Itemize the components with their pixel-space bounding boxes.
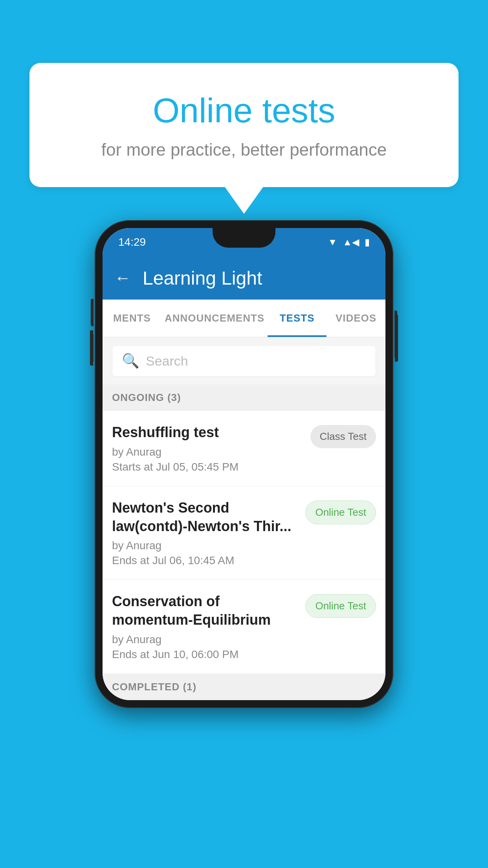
status-bar: 14:29 ▼ ▲◀ ▮ — [103, 228, 385, 256]
app-title: Learning Light — [143, 267, 262, 289]
test-item-reshuffling[interactable]: Reshuffling test by Anurag Starts at Jul… — [103, 411, 385, 486]
back-button[interactable]: ← — [114, 268, 131, 287]
search-placeholder: Search — [146, 353, 188, 369]
test-badge-reshuffling: Class Test — [310, 425, 376, 448]
test-date-reshuffling: Starts at Jul 05, 05:45 PM — [112, 461, 303, 473]
tab-ments[interactable]: MENTS — [103, 300, 161, 337]
phone-container: 14:29 ▼ ▲◀ ▮ ← Learning Light MENTS ANNO… — [95, 220, 393, 708]
status-time: 14:29 — [118, 236, 146, 248]
test-author-newtons: by Anurag — [112, 539, 297, 552]
search-box[interactable]: 🔍 Search — [112, 345, 376, 377]
phone-screen: 14:29 ▼ ▲◀ ▮ ← Learning Light MENTS ANNO… — [103, 228, 385, 700]
speech-bubble-arrow — [224, 186, 264, 214]
completed-section-header: COMPLETED (1) — [103, 674, 385, 700]
tab-announcements[interactable]: ANNOUNCEMENTS — [161, 300, 268, 337]
speech-bubble-subtitle: for more practice, better performance — [53, 140, 435, 160]
ongoing-section-header: ONGOING (3) — [103, 384, 385, 411]
test-author-conservation: by Anurag — [112, 633, 297, 646]
search-container: 🔍 Search — [103, 337, 385, 384]
test-badge-conservation: Online Test — [305, 594, 376, 618]
test-info-newtons: Newton's Second law(contd)-Newton's Thir… — [112, 499, 297, 567]
test-badge-newtons: Online Test — [305, 500, 376, 524]
wifi-icon: ▼ — [328, 237, 337, 248]
tabs-container: MENTS ANNOUNCEMENTS TESTS VIDEOS — [103, 300, 385, 337]
signal-icon: ▲◀ — [343, 237, 359, 248]
status-icons: ▼ ▲◀ ▮ — [328, 237, 370, 248]
test-name-newtons: Newton's Second law(contd)-Newton's Thir… — [112, 499, 297, 536]
volume-up-button — [91, 299, 94, 326]
test-name-reshuffling: Reshuffling test — [112, 423, 303, 442]
test-author-reshuffling: by Anurag — [112, 446, 303, 458]
power-button — [394, 311, 397, 358]
tab-tests[interactable]: TESTS — [268, 300, 327, 337]
phone-outer: 14:29 ▼ ▲◀ ▮ ← Learning Light MENTS ANNO… — [95, 220, 393, 708]
notch — [213, 228, 275, 248]
search-icon: 🔍 — [122, 353, 139, 369]
app-bar: ← Learning Light — [103, 256, 385, 300]
volume-down-button — [91, 334, 94, 362]
test-name-conservation: Conservation of momentum-Equilibrium — [112, 592, 297, 629]
tab-videos[interactable]: VIDEOS — [327, 300, 385, 337]
speech-bubble-title: Online tests — [53, 90, 435, 131]
test-item-conservation[interactable]: Conservation of momentum-Equilibrium by … — [103, 580, 385, 674]
test-info-conservation: Conservation of momentum-Equilibrium by … — [112, 592, 297, 661]
test-item-newtons[interactable]: Newton's Second law(contd)-Newton's Thir… — [103, 486, 385, 580]
test-date-conservation: Ends at Jun 10, 06:00 PM — [112, 648, 297, 661]
speech-bubble-container: Online tests for more practice, better p… — [29, 63, 459, 214]
test-info-reshuffling: Reshuffling test by Anurag Starts at Jul… — [112, 423, 303, 473]
speech-bubble: Online tests for more practice, better p… — [29, 63, 459, 187]
battery-icon: ▮ — [365, 237, 370, 248]
test-date-newtons: Ends at Jul 06, 10:45 AM — [112, 554, 297, 567]
